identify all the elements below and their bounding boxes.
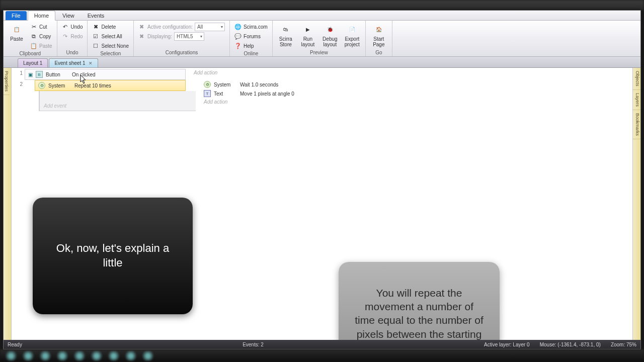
- ribbon-group-label: Online: [233, 50, 269, 57]
- display-icon: ✖: [138, 33, 145, 40]
- ribbon-group-label: Go: [369, 49, 389, 56]
- event-sheet-area[interactable]: 1 ▣ B Button On clicked Add action 2: [12, 68, 632, 340]
- status-layer: Active layer: Layer 0: [484, 342, 530, 347]
- right-rail[interactable]: Objects Layers Bookmarks: [632, 68, 640, 340]
- home-icon: 🏠: [373, 23, 385, 35]
- doc-tab-layout[interactable]: Layout 1: [18, 58, 48, 67]
- play-icon: ▶: [302, 23, 314, 35]
- event-number: 2: [15, 80, 25, 111]
- paste-icon: 📋: [11, 23, 23, 35]
- copy-button[interactable]: ⧉Copy: [29, 32, 54, 41]
- ribbon-group-label: Undo: [60, 49, 85, 56]
- paste-label: Paste: [10, 36, 23, 42]
- action-object: Text: [214, 91, 237, 97]
- left-rail[interactable]: Properties: [4, 68, 12, 340]
- application-window: File Home View Events 📋 Paste ✂Cut ⧉Copy…: [3, 10, 641, 349]
- event-condition[interactable]: ▣ B Button On clicked: [25, 69, 186, 80]
- text-object-icon: T: [204, 90, 211, 97]
- select-all-button[interactable]: ☑Select All: [91, 32, 130, 41]
- status-ready: Ready: [8, 342, 22, 347]
- cut-button[interactable]: ✂Cut: [29, 23, 54, 31]
- paste-button[interactable]: 📋 Paste: [7, 22, 27, 42]
- redo-icon: ↷: [62, 33, 69, 40]
- run-layout-button[interactable]: ▶Run layout: [298, 22, 318, 47]
- active-config-select[interactable]: All: [195, 23, 225, 31]
- undo-icon: ↶: [62, 24, 69, 31]
- event-condition-selected[interactable]: ⚙ System Repeat 10 times: [35, 80, 186, 91]
- system-object-icon: ⚙: [204, 81, 211, 88]
- status-bar: Ready Events: 2 Active layer: Layer 0 Mo…: [4, 340, 640, 349]
- action-object: System: [214, 82, 237, 87]
- ribbon-group-undo: ↶Undo ↷Redo Undo: [57, 21, 88, 56]
- tab-events[interactable]: Events: [82, 11, 111, 20]
- select-none-icon: ☐: [92, 43, 99, 50]
- ribbon-group-preview: 🛍Scirra Store ▶Run layout 🐞Debug layout …: [273, 21, 366, 56]
- forums-link[interactable]: 💬Forums: [233, 32, 269, 41]
- undo-button[interactable]: ↶Undo: [60, 23, 85, 31]
- redo-button[interactable]: ↷Redo: [60, 32, 85, 41]
- close-icon[interactable]: ✕: [89, 61, 93, 66]
- forum-icon: 💬: [234, 33, 242, 40]
- ribbon-group-configurations: ✖ Active configuration: All ✖ Displaying…: [134, 21, 230, 56]
- cut-icon: ✂: [30, 24, 37, 31]
- event-row: 1 ▣ B Button On clicked Add action: [15, 69, 629, 80]
- tab-home[interactable]: Home: [28, 11, 55, 21]
- ribbon-group-label: Configurations: [137, 49, 226, 56]
- paste-small-button[interactable]: 📋Paste: [29, 42, 54, 50]
- ribbon-group-label: Preview: [276, 49, 362, 56]
- workspace: Properties 1 ▣ B Button On clicked Add a…: [4, 68, 640, 340]
- condition-object: Button: [46, 72, 69, 77]
- status-events: Events: 2: [243, 342, 264, 347]
- rail-tab-layers[interactable]: Layers: [633, 90, 640, 110]
- add-action-link[interactable]: Add action: [194, 70, 217, 75]
- doc-tab-event-sheet[interactable]: Event sheet 1✕: [49, 58, 98, 67]
- sub-event-block[interactable]: Add event: [39, 91, 196, 111]
- displaying-config-select[interactable]: HTML5: [174, 32, 204, 41]
- expand-icon[interactable]: ▣: [28, 72, 33, 77]
- delete-button[interactable]: ✖Delete: [91, 23, 130, 31]
- help-icon: ❓: [234, 43, 242, 50]
- ribbon-group-go: 🏠Start Page Go: [366, 21, 392, 56]
- copy-icon: ⧉: [30, 33, 37, 40]
- action-text: Move 1 pixels at angle 0: [240, 91, 294, 97]
- tutorial-callout-grey: You will repeat the movement a number of…: [339, 262, 500, 340]
- tutorial-callout-dark: Ok, now, let's explain a little: [33, 198, 193, 314]
- tab-view[interactable]: View: [56, 11, 80, 20]
- tab-file[interactable]: File: [6, 11, 27, 20]
- rail-tab-bookmarks[interactable]: Bookmarks: [633, 110, 640, 139]
- event-row: 2 ⚙ System Repeat 10 times Add event: [15, 80, 629, 111]
- event-table: 1 ▣ B Button On clicked Add action 2: [15, 69, 629, 111]
- status-mouse: Mouse: (-1361.4, -873.1, 0): [540, 342, 601, 347]
- add-event-link[interactable]: Add event: [44, 103, 66, 109]
- displaying-config-row: ✖ Displaying: HTML5: [137, 32, 226, 41]
- ribbon: 📋 Paste ✂Cut ⧉Copy 📋Paste Clipboard ↶Und…: [4, 21, 640, 57]
- help-link[interactable]: ❓Help: [233, 42, 269, 50]
- document-tabstrip: Layout 1 Event sheet 1✕: [4, 57, 640, 68]
- action-text: Wait 1.0 seconds: [240, 82, 278, 87]
- config-icon: ✖: [138, 24, 145, 31]
- ribbon-group-label: Clipboard: [7, 50, 54, 57]
- rail-tab-properties[interactable]: Properties: [4, 68, 10, 95]
- window-chrome-blur: [0, 0, 644, 10]
- scirra-link[interactable]: 🌐Scirra.com: [233, 23, 269, 31]
- select-none-button[interactable]: ☐Select None: [91, 42, 130, 50]
- start-page-button[interactable]: 🏠Start Page: [369, 22, 389, 47]
- active-config-row: ✖ Active configuration: All: [137, 23, 226, 31]
- add-action-link[interactable]: Add action: [204, 99, 227, 105]
- export-project-button[interactable]: 📄Export project: [342, 22, 362, 47]
- ribbon-group-label: Selection: [91, 50, 130, 57]
- paste-small-icon: 📋: [30, 43, 37, 50]
- event-action[interactable]: T Text Move 1 pixels at angle 0: [201, 89, 629, 98]
- event-action[interactable]: ⚙ System Wait 1.0 seconds: [201, 80, 629, 89]
- event-number: 1: [15, 69, 25, 80]
- rail-tab-objects[interactable]: Objects: [633, 68, 640, 90]
- condition-text: Repeat 10 times: [74, 83, 111, 88]
- ribbon-tabstrip: File Home View Events: [4, 11, 640, 21]
- export-icon: 📄: [346, 23, 358, 35]
- os-taskbar-blur: [0, 349, 644, 362]
- button-object-icon: B: [36, 71, 43, 78]
- debug-layout-button[interactable]: 🐞Debug layout: [320, 22, 340, 47]
- globe-icon: 🌐: [234, 24, 242, 31]
- scirra-store-button[interactable]: 🛍Scirra Store: [276, 22, 296, 47]
- condition-object: System: [48, 83, 71, 88]
